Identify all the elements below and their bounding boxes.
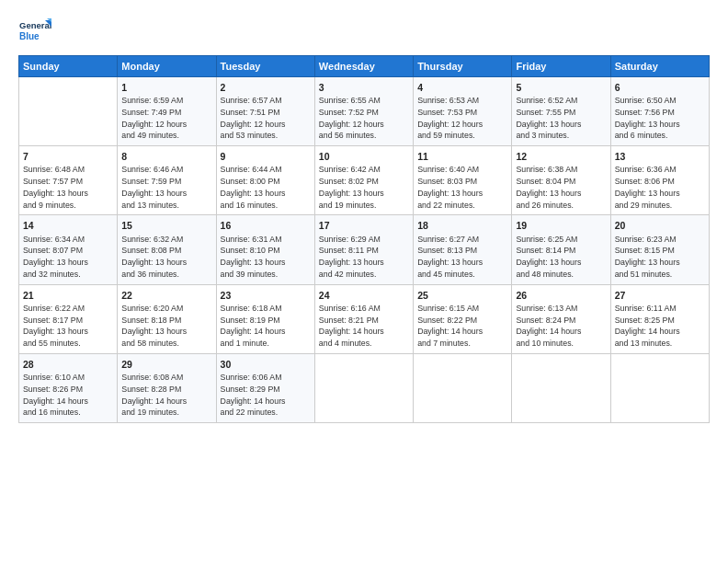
calendar-cell: 18Sunrise: 6:27 AM Sunset: 8:13 PM Dayli… xyxy=(414,215,512,284)
day-number: 3 xyxy=(319,81,409,95)
day-number: 14 xyxy=(23,219,113,233)
calendar-cell: 8Sunrise: 6:46 AM Sunset: 7:59 PM Daylig… xyxy=(118,146,216,215)
day-info: Sunrise: 6:57 AM Sunset: 7:51 PM Dayligh… xyxy=(221,95,311,142)
calendar-cell: 27Sunrise: 6:11 AM Sunset: 8:25 PM Dayli… xyxy=(610,284,709,353)
calendar-cell: 4Sunrise: 6:53 AM Sunset: 7:53 PM Daylig… xyxy=(414,77,512,146)
col-header-friday: Friday xyxy=(512,56,610,77)
day-info: Sunrise: 6:53 AM Sunset: 7:53 PM Dayligh… xyxy=(417,95,507,142)
calendar-cell xyxy=(19,77,118,146)
day-number: 9 xyxy=(221,150,311,164)
calendar-cell: 25Sunrise: 6:15 AM Sunset: 8:22 PM Dayli… xyxy=(414,284,512,353)
calendar-cell: 7Sunrise: 6:48 AM Sunset: 7:57 PM Daylig… xyxy=(19,146,118,215)
day-number: 27 xyxy=(615,289,705,303)
day-number: 30 xyxy=(221,358,311,372)
day-number: 28 xyxy=(23,358,113,372)
day-number: 2 xyxy=(221,81,311,95)
week-row-4: 21Sunrise: 6:22 AM Sunset: 8:17 PM Dayli… xyxy=(19,284,710,353)
day-info: Sunrise: 6:40 AM Sunset: 8:03 PM Dayligh… xyxy=(417,164,507,211)
day-info: Sunrise: 6:15 AM Sunset: 8:22 PM Dayligh… xyxy=(417,303,507,350)
day-number: 26 xyxy=(516,289,606,303)
day-info: Sunrise: 6:48 AM Sunset: 7:57 PM Dayligh… xyxy=(23,164,113,211)
col-header-wednesday: Wednesday xyxy=(314,56,413,77)
calendar-cell xyxy=(512,353,610,422)
calendar-cell: 30Sunrise: 6:06 AM Sunset: 8:29 PM Dayli… xyxy=(216,353,314,422)
day-info: Sunrise: 6:52 AM Sunset: 7:55 PM Dayligh… xyxy=(516,95,606,142)
calendar-cell: 13Sunrise: 6:36 AM Sunset: 8:06 PM Dayli… xyxy=(610,146,709,215)
day-number: 23 xyxy=(221,289,311,303)
calendar-cell: 5Sunrise: 6:52 AM Sunset: 7:55 PM Daylig… xyxy=(512,77,610,146)
calendar-cell: 17Sunrise: 6:29 AM Sunset: 8:11 PM Dayli… xyxy=(314,215,413,284)
day-info: Sunrise: 6:13 AM Sunset: 8:24 PM Dayligh… xyxy=(516,303,606,350)
calendar-cell: 29Sunrise: 6:08 AM Sunset: 8:28 PM Dayli… xyxy=(118,353,216,422)
day-info: Sunrise: 6:36 AM Sunset: 8:06 PM Dayligh… xyxy=(615,164,705,211)
col-header-monday: Monday xyxy=(118,56,216,77)
day-info: Sunrise: 6:55 AM Sunset: 7:52 PM Dayligh… xyxy=(319,95,409,142)
day-number: 1 xyxy=(121,81,211,95)
day-number: 12 xyxy=(516,150,606,164)
day-number: 6 xyxy=(615,81,705,95)
day-info: Sunrise: 6:08 AM Sunset: 8:28 PM Dayligh… xyxy=(121,372,211,419)
day-number: 22 xyxy=(121,289,211,303)
calendar-cell: 22Sunrise: 6:20 AM Sunset: 8:18 PM Dayli… xyxy=(118,284,216,353)
logo: General Blue xyxy=(18,17,51,50)
calendar-cell: 10Sunrise: 6:42 AM Sunset: 8:02 PM Dayli… xyxy=(314,146,413,215)
calendar-cell xyxy=(314,353,413,422)
calendar-cell: 20Sunrise: 6:23 AM Sunset: 8:15 PM Dayli… xyxy=(610,215,709,284)
week-row-1: 1Sunrise: 6:59 AM Sunset: 7:49 PM Daylig… xyxy=(19,77,710,146)
calendar-cell xyxy=(610,353,709,422)
day-info: Sunrise: 6:32 AM Sunset: 8:08 PM Dayligh… xyxy=(121,234,211,281)
calendar-table: SundayMondayTuesdayWednesdayThursdayFrid… xyxy=(18,55,710,423)
day-number: 20 xyxy=(615,219,705,233)
day-number: 10 xyxy=(319,150,409,164)
calendar-cell: 12Sunrise: 6:38 AM Sunset: 8:04 PM Dayli… xyxy=(512,146,610,215)
calendar-cell: 9Sunrise: 6:44 AM Sunset: 8:00 PM Daylig… xyxy=(216,146,314,215)
day-number: 13 xyxy=(615,150,705,164)
calendar-cell: 19Sunrise: 6:25 AM Sunset: 8:14 PM Dayli… xyxy=(512,215,610,284)
calendar-cell: 1Sunrise: 6:59 AM Sunset: 7:49 PM Daylig… xyxy=(118,77,216,146)
day-number: 11 xyxy=(417,150,507,164)
col-header-thursday: Thursday xyxy=(414,56,512,77)
week-row-3: 14Sunrise: 6:34 AM Sunset: 8:07 PM Dayli… xyxy=(19,215,710,284)
week-row-2: 7Sunrise: 6:48 AM Sunset: 7:57 PM Daylig… xyxy=(19,146,710,215)
week-row-5: 28Sunrise: 6:10 AM Sunset: 8:26 PM Dayli… xyxy=(19,353,710,422)
calendar-cell: 15Sunrise: 6:32 AM Sunset: 8:08 PM Dayli… xyxy=(118,215,216,284)
day-info: Sunrise: 6:06 AM Sunset: 8:29 PM Dayligh… xyxy=(221,372,311,419)
calendar-cell: 24Sunrise: 6:16 AM Sunset: 8:21 PM Dayli… xyxy=(314,284,413,353)
day-info: Sunrise: 6:44 AM Sunset: 8:00 PM Dayligh… xyxy=(221,164,311,211)
day-info: Sunrise: 6:20 AM Sunset: 8:18 PM Dayligh… xyxy=(121,303,211,350)
calendar-cell: 16Sunrise: 6:31 AM Sunset: 8:10 PM Dayli… xyxy=(216,215,314,284)
day-info: Sunrise: 6:16 AM Sunset: 8:21 PM Dayligh… xyxy=(319,303,409,350)
calendar-cell: 2Sunrise: 6:57 AM Sunset: 7:51 PM Daylig… xyxy=(216,77,314,146)
calendar-cell: 3Sunrise: 6:55 AM Sunset: 7:52 PM Daylig… xyxy=(314,77,413,146)
day-number: 17 xyxy=(319,219,409,233)
header: General Blue xyxy=(18,17,710,50)
calendar-cell: 28Sunrise: 6:10 AM Sunset: 8:26 PM Dayli… xyxy=(19,353,118,422)
day-number: 8 xyxy=(121,150,211,164)
col-header-tuesday: Tuesday xyxy=(216,56,314,77)
calendar-cell xyxy=(414,353,512,422)
day-info: Sunrise: 6:31 AM Sunset: 8:10 PM Dayligh… xyxy=(221,234,311,281)
day-info: Sunrise: 6:27 AM Sunset: 8:13 PM Dayligh… xyxy=(417,234,507,281)
day-number: 21 xyxy=(23,289,113,303)
col-header-saturday: Saturday xyxy=(610,56,709,77)
day-info: Sunrise: 6:29 AM Sunset: 8:11 PM Dayligh… xyxy=(319,234,409,281)
day-info: Sunrise: 6:11 AM Sunset: 8:25 PM Dayligh… xyxy=(615,303,705,350)
day-number: 25 xyxy=(417,289,507,303)
day-number: 16 xyxy=(221,219,311,233)
calendar-cell: 6Sunrise: 6:50 AM Sunset: 7:56 PM Daylig… xyxy=(610,77,709,146)
calendar-cell: 11Sunrise: 6:40 AM Sunset: 8:03 PM Dayli… xyxy=(414,146,512,215)
col-header-sunday: Sunday xyxy=(19,56,118,77)
day-number: 5 xyxy=(516,81,606,95)
day-info: Sunrise: 6:59 AM Sunset: 7:49 PM Dayligh… xyxy=(121,95,211,142)
calendar-cell: 23Sunrise: 6:18 AM Sunset: 8:19 PM Dayli… xyxy=(216,284,314,353)
day-info: Sunrise: 6:50 AM Sunset: 7:56 PM Dayligh… xyxy=(615,95,705,142)
day-info: Sunrise: 6:38 AM Sunset: 8:04 PM Dayligh… xyxy=(516,164,606,211)
day-number: 15 xyxy=(121,219,211,233)
day-number: 19 xyxy=(516,219,606,233)
calendar-cell: 14Sunrise: 6:34 AM Sunset: 8:07 PM Dayli… xyxy=(19,215,118,284)
day-number: 4 xyxy=(417,81,507,95)
svg-text:Blue: Blue xyxy=(19,31,40,41)
day-info: Sunrise: 6:18 AM Sunset: 8:19 PM Dayligh… xyxy=(221,303,311,350)
calendar-cell: 26Sunrise: 6:13 AM Sunset: 8:24 PM Dayli… xyxy=(512,284,610,353)
header-row: SundayMondayTuesdayWednesdayThursdayFrid… xyxy=(19,56,710,77)
